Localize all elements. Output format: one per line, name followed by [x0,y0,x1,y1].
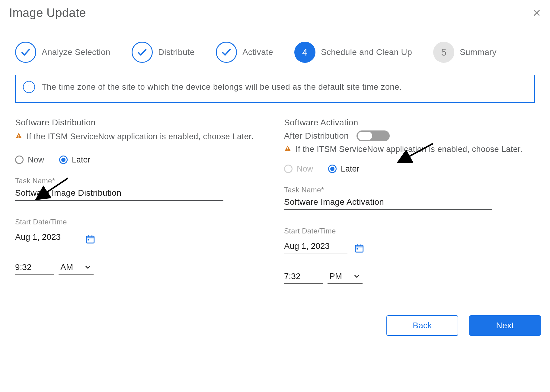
distribution-time-row: AM [15,259,266,275]
checkmark-icon [15,42,36,63]
section-title: Software Distribution [15,118,266,127]
radio-label: Later [72,155,91,165]
after-distribution-row: After Distribution [284,130,535,141]
warning-text: If the ITSM ServiceNow application is en… [296,143,523,156]
info-banner-wrapper: i The time zone of the site to which the… [0,75,550,103]
step-distribute[interactable]: Distribute [132,42,195,63]
back-button[interactable]: Back [386,315,458,336]
activation-ampm-select[interactable]: PM [328,268,363,284]
step-label: Analyze Selection [42,47,110,57]
warning-text: If the ITSM ServiceNow application is en… [27,130,254,143]
distribution-task-name-input[interactable] [15,185,223,201]
svg-rect-13 [357,248,358,249]
info-banner: i The time zone of the site to which the… [15,75,535,103]
warning-row: If the ITSM ServiceNow application is en… [284,143,535,156]
checkmark-icon [216,42,237,63]
dialog-header: Image Update ✕ [0,0,550,27]
info-text: The time zone of the site to which the d… [42,82,402,92]
step-number-pending: 5 [433,42,454,63]
svg-rect-6 [88,239,89,240]
activation-date-input[interactable] [284,238,347,253]
checkmark-icon [132,42,153,63]
wizard-stepper: Analyze Selection Distribute Activate 4 … [0,27,550,75]
start-datetime-label: Start Date/Time [284,227,535,235]
distribution-timing-radios: Now Later [15,155,266,165]
radio-activation-now: Now [284,164,313,174]
radio-label: Now [297,164,313,174]
step-schedule-clean-up[interactable]: 4 Schedule and Clean Up [294,42,412,63]
step-label: Summary [460,47,497,57]
activation-timing-radios: Now Later [284,164,535,174]
svg-rect-8 [287,150,288,150]
distribution-date-row [15,229,266,244]
dialog-footer: Back Next [0,305,550,336]
radio-icon [328,165,337,173]
activation-task-name-input[interactable] [284,194,492,210]
ampm-value: PM [329,272,342,281]
radio-icon [15,156,24,164]
distribution-ampm-select[interactable]: AM [59,259,94,275]
step-number-active: 4 [294,42,315,63]
svg-rect-7 [287,147,288,149]
warning-row: If the ITSM ServiceNow application is en… [15,130,266,143]
step-label: Activate [242,47,273,57]
svg-rect-1 [18,137,19,138]
start-datetime-label: Start Date/Time [15,218,266,226]
content-columns: Software Distribution If the ITSM Servic… [0,103,550,284]
radio-distribution-now[interactable]: Now [15,155,44,165]
warning-icon [15,132,22,140]
next-button[interactable]: Next [469,315,541,336]
info-icon: i [23,81,35,93]
radio-label: Now [28,155,44,165]
activation-time-row: PM [284,268,535,284]
step-summary[interactable]: 5 Summary [433,42,497,63]
step-analyze-selection[interactable]: Analyze Selection [15,42,110,63]
svg-rect-2 [86,236,94,243]
distribution-time-input[interactable] [15,259,54,275]
step-label: Distribute [158,47,195,57]
distribution-date-input[interactable] [15,229,78,244]
radio-icon [59,156,68,164]
chevron-down-icon [353,272,361,280]
warning-icon [284,145,291,152]
step-activate[interactable]: Activate [216,42,273,63]
task-name-label: Task Name* [284,186,535,194]
radio-icon [284,165,293,173]
software-activation-section: Software Activation After Distribution I… [278,118,535,284]
close-icon[interactable]: ✕ [532,8,541,18]
svg-rect-9 [355,245,363,252]
task-name-label: Task Name* [15,177,266,185]
activation-time-input[interactable] [284,268,323,284]
toggle-knob [358,132,372,140]
calendar-icon[interactable] [85,234,95,244]
calendar-icon[interactable] [354,243,364,253]
dialog-title: Image Update [9,6,86,20]
after-distribution-toggle[interactable] [357,130,390,141]
radio-label: Later [341,164,360,174]
radio-distribution-later[interactable]: Later [59,155,91,165]
after-distribution-label: After Distribution [284,131,349,141]
chevron-down-icon [84,263,92,271]
activation-date-row [284,238,535,253]
ampm-value: AM [60,262,73,272]
radio-activation-later[interactable]: Later [328,164,360,174]
svg-rect-0 [18,135,19,137]
software-distribution-section: Software Distribution If the ITSM Servic… [15,118,278,284]
section-title: Software Activation [284,118,535,127]
step-label: Schedule and Clean Up [321,47,412,57]
